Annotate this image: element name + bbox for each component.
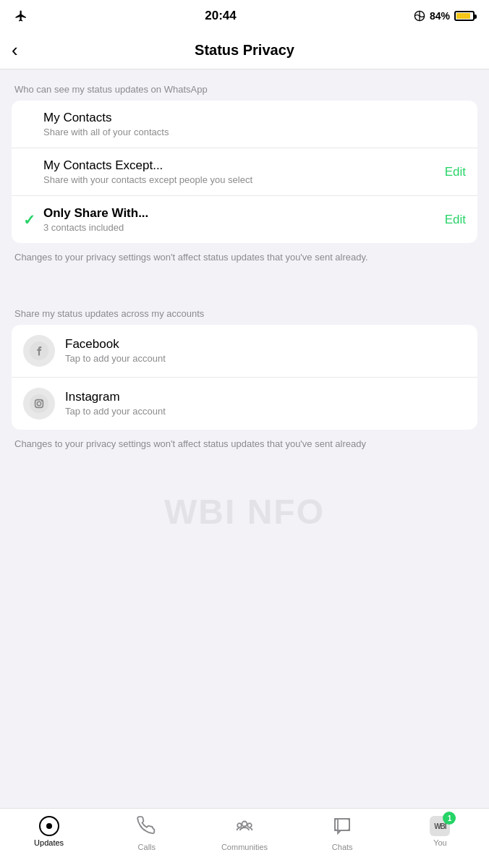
you-icon: WBI 1: [430, 816, 450, 836]
option-title-my-contacts: My Contacts: [43, 111, 466, 125]
edit-button-only-share[interactable]: Edit: [445, 213, 466, 227]
communities-svg: [234, 816, 255, 836]
option-subtitle-my-contacts: Share with all of your contacts: [43, 127, 466, 137]
share-section-note: Changes to your privacy settings won't a…: [0, 430, 489, 466]
spacer-1: [0, 279, 489, 294]
nav-item-calls[interactable]: Calls: [98, 816, 195, 851]
who-section-note: Changes to your privacy settings won't a…: [0, 243, 489, 279]
chats-icon: [332, 816, 352, 841]
updates-icon: [39, 816, 59, 836]
facebook-icon: [23, 335, 55, 367]
option-check-only-share: ✓: [23, 211, 43, 229]
content: Who can see my status updates on WhatsAp…: [0, 69, 489, 465]
nav-label-calls: Calls: [138, 843, 156, 851]
battery-percent: 84%: [430, 10, 450, 22]
instagram-row[interactable]: Instagram Tap to add your account: [12, 378, 477, 430]
share-section-header: Share my status updates across my accoun…: [0, 294, 489, 325]
facebook-subtitle: Tap to add your account: [65, 353, 166, 364]
option-text-my-contacts: My Contacts Share with all of your conta…: [43, 111, 466, 137]
nav-bar: ‹ Status Privacy: [0, 32, 489, 69]
nav-label-you: You: [433, 838, 447, 847]
nav-item-communities[interactable]: Communities: [195, 816, 293, 851]
option-only-share[interactable]: ✓ Only Share With... 3 contacts included…: [12, 196, 477, 243]
nav-label-updates: Updates: [34, 838, 64, 847]
instagram-subtitle: Tap to add your account: [65, 406, 166, 417]
option-title-only-share: Only Share With...: [43, 206, 436, 221]
facebook-title: Facebook: [65, 337, 166, 352]
instagram-svg: [30, 394, 48, 413]
option-subtitle-only-share: 3 contacts included: [43, 222, 436, 233]
watermark: WBI NFO: [164, 492, 325, 532]
nav-item-updates[interactable]: Updates: [0, 816, 98, 847]
page-title: Status Privacy: [195, 42, 294, 59]
checkmark-icon: ✓: [23, 211, 35, 229]
social-accounts-card: Facebook Tap to add your account Instagr…: [12, 325, 477, 430]
facebook-svg: [30, 341, 48, 360]
facebook-text: Facebook Tap to add your account: [65, 337, 166, 364]
status-bar-time: 20:44: [205, 9, 236, 23]
bottom-nav: Updates Calls Communities: [0, 808, 489, 868]
nav-item-chats[interactable]: Chats: [294, 816, 391, 851]
battery-icon: [454, 11, 475, 21]
nav-label-communities: Communities: [221, 843, 268, 851]
svg-point-7: [242, 822, 247, 827]
status-bar-right: 84%: [414, 10, 475, 22]
location-icon: [414, 10, 425, 22]
calls-icon: [137, 816, 157, 841]
facebook-row[interactable]: Facebook Tap to add your account: [12, 325, 477, 378]
nav-item-you[interactable]: WBI 1 You: [391, 816, 489, 847]
privacy-options-card: My Contacts Share with all of your conta…: [12, 101, 477, 243]
option-my-contacts-except[interactable]: My Contacts Except... Share with your co…: [12, 148, 477, 196]
instagram-icon: [23, 388, 55, 420]
phone-icon: [137, 816, 157, 836]
svg-point-6: [41, 400, 43, 401]
option-title-except: My Contacts Except...: [43, 158, 436, 173]
instagram-title: Instagram: [65, 390, 166, 404]
svg-point-8: [237, 823, 242, 827]
svg-point-9: [247, 823, 252, 827]
chat-bubble-icon: [332, 816, 352, 836]
back-button[interactable]: ‹: [12, 39, 18, 61]
who-section-header: Who can see my status updates on WhatsAp…: [0, 69, 489, 101]
svg-rect-10: [335, 819, 349, 830]
updates-circle-icon: [39, 816, 59, 836]
option-subtitle-except: Share with your contacts except people y…: [43, 174, 436, 185]
option-my-contacts[interactable]: My Contacts Share with all of your conta…: [12, 101, 477, 148]
communities-icon: [234, 816, 255, 841]
status-bar: 20:44 84%: [0, 0, 489, 32]
nav-label-chats: Chats: [332, 843, 353, 851]
edit-button-except[interactable]: Edit: [445, 165, 466, 179]
airplane-icon: [14, 9, 27, 22]
instagram-text: Instagram Tap to add your account: [65, 390, 166, 417]
you-badge: 1: [443, 812, 456, 825]
option-text-only-share: Only Share With... 3 contacts included: [43, 206, 436, 233]
svg-point-3: [30, 394, 48, 413]
status-bar-left: [14, 9, 27, 22]
option-text-except: My Contacts Except... Share with your co…: [43, 158, 436, 185]
